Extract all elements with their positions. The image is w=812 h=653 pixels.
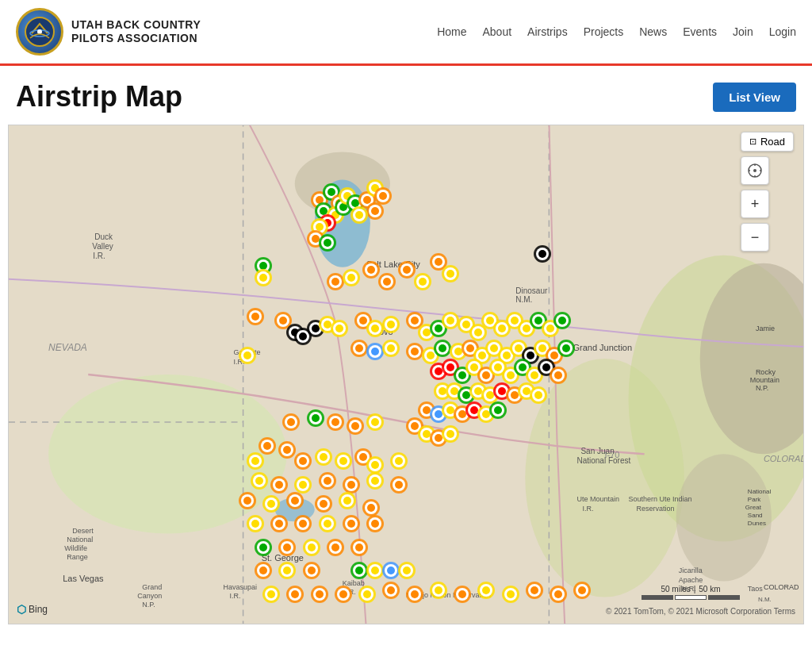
list-view-button[interactable]: List View (713, 83, 796, 112)
airstrip-marker[interactable] (389, 475, 408, 494)
airstrip-marker[interactable] (397, 561, 416, 580)
airstrip-marker[interactable] (302, 538, 321, 557)
airstrip-marker[interactable] (350, 206, 369, 225)
airstrip-marker[interactable] (254, 561, 273, 580)
airstrip-marker[interactable] (306, 409, 325, 428)
map-container[interactable]: I-70 Salt Lake City Provo NEVADA Duck Va… (8, 125, 804, 624)
airstrip-marker[interactable] (310, 585, 329, 604)
svg-point-480 (283, 567, 291, 574)
airstrip-marker[interactable] (377, 272, 396, 291)
airstrip-marker[interactable] (549, 366, 568, 385)
nav-home[interactable]: Home (437, 25, 466, 38)
svg-point-539 (753, 169, 756, 172)
airstrip-marker[interactable] (246, 451, 265, 471)
airstrip-marker[interactable] (549, 585, 568, 604)
airstrip-marker[interactable] (529, 386, 548, 405)
airstrip-marker[interactable] (366, 514, 385, 533)
logo-icon (16, 8, 63, 56)
airstrip-marker[interactable] (293, 514, 312, 533)
airstrip-marker[interactable] (270, 514, 289, 533)
airstrip-marker[interactable] (318, 471, 337, 490)
airstrip-marker[interactable] (573, 581, 592, 600)
airstrip-marker[interactable] (557, 339, 576, 358)
airstrip-marker[interactable] (250, 471, 269, 490)
airstrip-marker[interactable] (350, 538, 369, 557)
airstrip-marker[interactable] (293, 451, 312, 471)
airstrip-marker[interactable] (326, 413, 345, 432)
airstrip-marker[interactable] (254, 538, 273, 557)
airstrip-marker[interactable] (285, 491, 304, 510)
zoom-out-button[interactable]: − (741, 223, 769, 252)
airstrip-marker[interactable] (330, 319, 349, 338)
airstrip-marker[interactable] (533, 244, 552, 263)
svg-point-483 (308, 567, 316, 574)
airstrip-marker[interactable] (381, 339, 400, 358)
nav-projects[interactable]: Projects (584, 25, 624, 38)
airstrip-marker[interactable] (453, 585, 472, 604)
nav-news[interactable]: News (639, 25, 667, 38)
airstrip-marker[interactable] (366, 471, 385, 490)
svg-point-426 (243, 497, 251, 505)
airstrip-marker[interactable] (278, 538, 297, 557)
airstrip-marker[interactable] (262, 585, 281, 604)
nav-about[interactable]: About (482, 25, 511, 38)
airstrip-marker[interactable] (278, 561, 297, 580)
airstrip-marker[interactable] (238, 491, 257, 510)
airstrip-marker[interactable] (366, 413, 385, 432)
airstrip-marker[interactable] (346, 417, 365, 436)
airstrip-marker[interactable] (381, 315, 400, 334)
airstrip-marker[interactable] (488, 401, 508, 420)
airstrip-marker[interactable] (254, 268, 273, 287)
road-view-button[interactable]: ⊡ Road (741, 132, 794, 152)
airstrip-marker[interactable] (358, 585, 377, 604)
svg-text:Sand: Sand (748, 512, 763, 519)
airstrip-marker[interactable] (525, 581, 544, 600)
airstrip-marker[interactable] (302, 561, 321, 580)
zoom-in-button[interactable]: + (741, 190, 769, 218)
airstrip-marker[interactable] (501, 585, 520, 604)
svg-point-420 (371, 477, 379, 485)
airstrip-marker[interactable] (373, 186, 393, 206)
page-title: Airstrip Map (16, 80, 182, 113)
svg-point-537 (578, 586, 586, 594)
svg-text:Jamie: Jamie (756, 325, 775, 332)
airstrip-marker[interactable] (326, 538, 345, 557)
airstrip-marker[interactable] (334, 451, 353, 471)
svg-point-357 (331, 418, 339, 426)
airstrip-marker[interactable] (334, 585, 353, 604)
airstrip-marker[interactable] (318, 233, 337, 252)
svg-point-465 (283, 544, 291, 551)
airstrip-marker[interactable] (246, 514, 265, 533)
airstrip-marker[interactable] (338, 491, 357, 510)
airstrip-marker[interactable] (389, 451, 408, 471)
map-controls: ⊡ Road + − (741, 132, 794, 252)
airstrip-marker[interactable] (238, 346, 257, 365)
airstrip-marker[interactable] (477, 581, 496, 600)
org-name-line1: UTAH BACK COUNTRY (71, 18, 201, 32)
nav-join[interactable]: Join (733, 25, 753, 38)
airstrip-marker[interactable] (413, 272, 432, 291)
location-button[interactable] (741, 156, 769, 185)
airstrip-marker[interactable] (314, 447, 333, 467)
airstrip-marker[interactable] (441, 424, 460, 444)
airstrip-marker[interactable] (314, 494, 333, 513)
airstrip-marker[interactable] (405, 585, 424, 604)
svg-point-132 (383, 278, 391, 286)
airstrip-marker[interactable] (441, 264, 460, 283)
nav-airstrips[interactable]: Airstrips (527, 25, 568, 38)
airstrip-marker[interactable] (342, 514, 361, 533)
airstrip-marker[interactable] (429, 581, 448, 600)
airstrip-marker[interactable] (318, 514, 337, 533)
airstrip-marker[interactable] (381, 581, 400, 600)
airstrip-marker[interactable] (282, 413, 301, 432)
svg-point-225 (371, 348, 379, 355)
airstrip-marker[interactable] (285, 585, 304, 604)
airstrip-marker[interactable] (246, 307, 265, 326)
nav-login[interactable]: Login (769, 25, 796, 38)
svg-point-453 (324, 520, 331, 528)
airstrip-marker[interactable] (342, 268, 361, 287)
airstrip-marker[interactable] (262, 494, 281, 513)
nav-events[interactable]: Events (683, 25, 717, 38)
svg-text:I.R.: I.R. (582, 505, 593, 513)
airstrip-marker[interactable] (553, 311, 572, 330)
